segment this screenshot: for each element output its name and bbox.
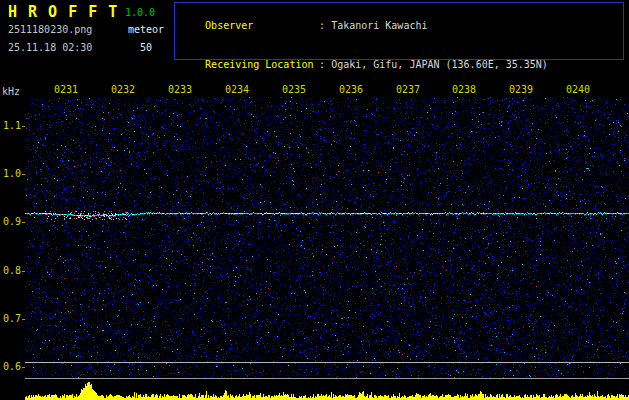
gain-value: 50 bbox=[140, 42, 152, 53]
freq-tick-0-8: 0.8 bbox=[0, 265, 21, 276]
time-tick-0231: 0231 bbox=[54, 84, 78, 95]
observer-value: : Takanori Kawachi bbox=[319, 20, 427, 31]
app-version: 1.0.0 bbox=[125, 7, 155, 18]
mode-label: meteor bbox=[128, 24, 164, 35]
spectrogram-canvas bbox=[25, 97, 629, 379]
freq-axis-unit: kHz bbox=[2, 86, 20, 97]
time-tick-0237: 0237 bbox=[396, 84, 420, 95]
time-tick-0238: 0238 bbox=[452, 84, 476, 95]
time-tick-0234: 0234 bbox=[225, 84, 249, 95]
observer-label: Observer bbox=[205, 19, 319, 32]
freq-tick-0-7: 0.7 bbox=[0, 313, 21, 324]
time-tick-0233: 0233 bbox=[168, 84, 192, 95]
time-tick-0236: 0236 bbox=[339, 84, 363, 95]
app-title: H R O F F T bbox=[8, 3, 118, 21]
hrofft-window: { "header": { "title": "H R O F F T", "v… bbox=[0, 0, 629, 400]
station-info-box: Observer: Takanori Kawachi Receiving Loc… bbox=[174, 2, 624, 60]
activity-strip-canvas bbox=[25, 381, 629, 400]
time-tick-0232: 0232 bbox=[111, 84, 135, 95]
freq-tick-1-0: 1.0 bbox=[0, 168, 21, 179]
freq-tick-0-9: 0.9 bbox=[0, 216, 21, 227]
time-tick-0239: 0239 bbox=[509, 84, 533, 95]
info-row-observer: Observer: Takanori Kawachi bbox=[181, 6, 623, 45]
time-tick-0235: 0235 bbox=[282, 84, 306, 95]
observation-datetime: 25.11.18 02:30 bbox=[8, 42, 92, 53]
time-tick-0240: 0240 bbox=[566, 84, 590, 95]
location-value: : Ogaki, Gifu, JAPAN (136.60E, 35.35N) bbox=[319, 59, 548, 70]
freq-tick-1-1: 1.1 bbox=[0, 120, 21, 131]
output-filename: 2511180230.png bbox=[8, 24, 92, 35]
info-row-location: Receiving Location: Ogaki, Gifu, JAPAN (… bbox=[181, 45, 623, 84]
location-label: Receiving Location bbox=[205, 58, 319, 71]
freq-tick-0-6: 0.6 bbox=[0, 361, 21, 372]
